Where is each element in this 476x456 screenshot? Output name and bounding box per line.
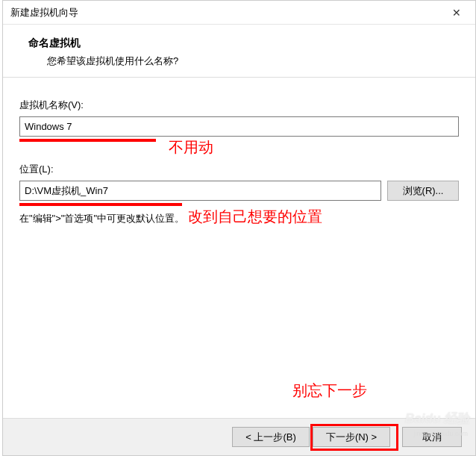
vm-location-input[interactable] [19,181,381,201]
titlebar: 新建虚拟机向导 ✕ [3,1,475,25]
wizard-content: 虚拟机名称(V): 位置(L): 浏览(R)... 在"编辑">"首选项"中可更… [3,78,475,233]
vm-location-label: 位置(L): [19,163,459,176]
page-title: 命名虚拟机 [21,37,457,50]
annotation-next-note: 别忘下一步 [292,381,367,401]
vm-name-input[interactable] [19,116,459,137]
vm-name-label: 虚拟机名称(V): [19,99,459,112]
browse-button[interactable]: 浏览(R)... [387,181,459,201]
back-button[interactable]: < 上一步(B) [232,427,310,447]
wizard-header: 命名虚拟机 您希望该虚拟机使用什么名称? [3,25,475,78]
cancel-button[interactable]: 取消 [402,427,462,447]
vm-location-group: 位置(L): 浏览(R)... 在"编辑">"首选项"中可更改默认位置。 [19,163,459,225]
annotation-underline [19,139,156,142]
close-button[interactable]: ✕ [438,1,475,25]
vm-name-group: 虚拟机名称(V): [19,99,459,142]
annotation-underline [19,203,182,206]
next-button[interactable]: 下一步(N) > [313,427,390,447]
close-icon: ✕ [452,7,461,19]
window-title: 新建虚拟机向导 [10,6,78,19]
page-subtitle: 您希望该虚拟机使用什么名称? [21,54,457,68]
button-bar: < 上一步(B) 下一步(N) > 取消 [3,418,475,455]
wizard-dialog: 新建虚拟机向导 ✕ 命名虚拟机 您希望该虚拟机使用什么名称? 虚拟机名称(V):… [2,0,476,456]
location-hint: 在"编辑">"首选项"中可更改默认位置。 [19,212,459,225]
